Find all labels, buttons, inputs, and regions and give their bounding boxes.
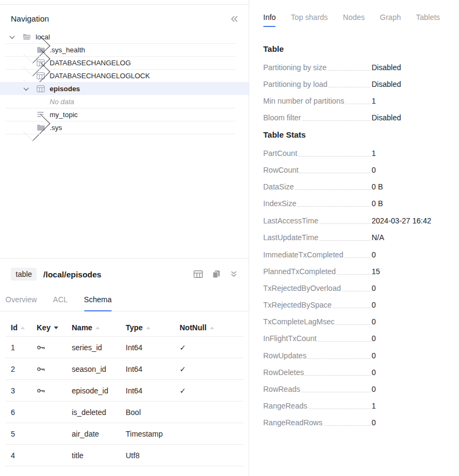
- chevron-down-icon[interactable]: [23, 87, 37, 91]
- double-chevron-down-icon[interactable]: [230, 270, 238, 278]
- info-label: LastAccessTime: [263, 216, 318, 226]
- tab-nodes[interactable]: Nodes: [343, 13, 365, 27]
- chevron-down-icon[interactable]: [9, 35, 23, 39]
- tree-item-label: DATABASECHANGELOG: [50, 59, 131, 67]
- dotted-leader: [337, 274, 371, 275]
- column-header-label: Type: [126, 323, 143, 332]
- info-label: RangeReads: [263, 401, 307, 411]
- schema-row-season-id[interactable]: 2season_idInt64✓: [5, 358, 243, 380]
- column-header-id[interactable]: Id: [5, 323, 31, 332]
- tree-item-sys[interactable]: .sys: [0, 121, 249, 134]
- tree-item-no-data[interactable]: No data: [0, 95, 249, 108]
- info-row-partitioning-by-size: Partitioning by sizeDisabled: [263, 63, 450, 73]
- cell-id: 2: [5, 365, 31, 373]
- dotted-leader: [324, 425, 371, 426]
- dotted-leader: [298, 156, 371, 157]
- column-header-notnull[interactable]: NotNull: [174, 323, 243, 332]
- tree-item-databasechangeloglock[interactable]: DATABASECHANGELOGLOCK: [0, 69, 249, 82]
- dotted-leader: [301, 392, 371, 392]
- dotted-leader: [333, 308, 371, 308]
- navigation-title: Navigation: [11, 14, 49, 23]
- cell-name: title: [66, 451, 120, 460]
- column-header-type[interactable]: Type: [120, 323, 174, 332]
- key-icon: [31, 388, 66, 393]
- info-value: Disabled: [372, 79, 401, 90]
- info-value: 0: [372, 300, 376, 310]
- info-sections: TablePartitioning by sizeDisabledPartiti…: [263, 44, 449, 428]
- info-row-left: InFlightTxCount: [263, 334, 372, 344]
- info-label: TxRejectedByOverload: [263, 283, 341, 294]
- key-icon: [31, 345, 66, 350]
- chevron-right-icon[interactable]: [23, 69, 37, 83]
- info-row-left: RowCount: [263, 165, 372, 175]
- column-header-label: Id: [11, 323, 17, 332]
- sort-up-icon: [210, 327, 214, 329]
- tab-top-shards[interactable]: Top shards: [291, 13, 327, 27]
- schema-row-episode-id[interactable]: 3episode_idInt64✓: [5, 380, 243, 402]
- info-row-rowupdates: RowUpdates0: [263, 351, 450, 361]
- tree-item-label: No data: [50, 98, 74, 106]
- schema-row-series-id[interactable]: 1series_idInt64✓: [5, 337, 243, 358]
- tab-overview[interactable]: Overview: [5, 295, 37, 311]
- info-row-rangereadrows: RangeReadRows0: [263, 418, 450, 428]
- info-value: 15: [372, 267, 380, 277]
- sort-down-icon: [54, 327, 58, 329]
- tab-tablets[interactable]: Tablets: [416, 13, 440, 27]
- tab-info[interactable]: Info: [263, 13, 276, 27]
- info-row-bloom-filter: Bloom filterDisabled: [263, 113, 450, 123]
- cell-name: is_deleted: [66, 408, 120, 417]
- cell-type: Int64: [120, 343, 174, 352]
- dotted-leader: [319, 223, 371, 224]
- dotted-leader: [319, 240, 371, 241]
- info-row-partitioning-by-load: Partitioning by loadDisabled: [263, 79, 450, 90]
- column-header-name[interactable]: Name: [66, 323, 120, 332]
- tree-item-label: .sys_health: [50, 46, 85, 54]
- tree-item-episodes[interactable]: episodes: [0, 82, 249, 95]
- dotted-leader: [295, 189, 371, 190]
- dotted-leader: [297, 206, 371, 207]
- cell-name: air_date: [66, 430, 120, 438]
- schema-row-air-date[interactable]: 5air_dateTimestamp: [5, 423, 243, 445]
- grid-icon[interactable]: [194, 270, 203, 278]
- info-row-left: ImmediateTxCompleted: [263, 250, 372, 260]
- info-label: PlannedTxCompleted: [263, 267, 336, 277]
- tab-schema[interactable]: Schema: [84, 295, 112, 311]
- info-value: 0 B: [372, 182, 383, 192]
- info-label: PartCount: [263, 148, 297, 159]
- cell-name: series_id: [66, 343, 120, 352]
- tab-acl[interactable]: ACL: [53, 295, 67, 311]
- info-row-rangereads: RangeReads1: [263, 401, 450, 411]
- cell-type: Int64: [120, 365, 174, 373]
- info-row-lastaccesstime: LastAccessTime2024-03-27 16:42: [263, 216, 450, 226]
- tab-graph[interactable]: Graph: [380, 13, 401, 27]
- sort-up-icon: [146, 327, 150, 329]
- info-row-rowdeletes: RowDeletes0: [263, 368, 450, 378]
- copy-icon[interactable]: [212, 270, 221, 278]
- info-row-txrejectedbyoverload: TxRejectedByOverload0: [263, 283, 450, 294]
- info-row-left: LastAccessTime: [263, 216, 372, 226]
- notnull-check-icon: ✓: [174, 343, 243, 352]
- tree-item-label: .sys: [50, 124, 62, 132]
- info-value: 0: [372, 250, 376, 260]
- info-value: 0: [372, 165, 376, 175]
- dotted-leader: [328, 70, 371, 71]
- info-value: 1: [372, 401, 376, 411]
- dotted-leader: [345, 257, 371, 258]
- column-header-key[interactable]: Key: [31, 323, 66, 332]
- schema-row-title[interactable]: 4titleUtf8: [5, 445, 243, 466]
- schema-row-is-deleted[interactable]: 6is_deletedBool: [5, 402, 243, 423]
- info-value: 0: [372, 384, 376, 395]
- dotted-leader: [328, 87, 371, 87]
- chevron-right-icon[interactable]: [23, 121, 37, 134]
- info-group: LastAccessTime2024-03-27 16:42LastUpdate…: [263, 216, 449, 243]
- collapse-double-left-icon[interactable]: [230, 15, 239, 23]
- info-row-left: PlannedTxCompleted: [263, 267, 372, 277]
- dotted-leader: [305, 375, 371, 376]
- schema-panel-tabs: OverviewACLSchema: [0, 288, 249, 311]
- key-icon: [31, 366, 66, 372]
- sort-up-icon: [20, 327, 25, 329]
- navigation-panel: Navigation local.sys_healthDATABASECHANG…: [0, 4, 249, 258]
- tree-item-label: episodes: [50, 85, 80, 93]
- info-value: 1: [372, 148, 376, 159]
- info-label: RowDeletes: [263, 368, 304, 378]
